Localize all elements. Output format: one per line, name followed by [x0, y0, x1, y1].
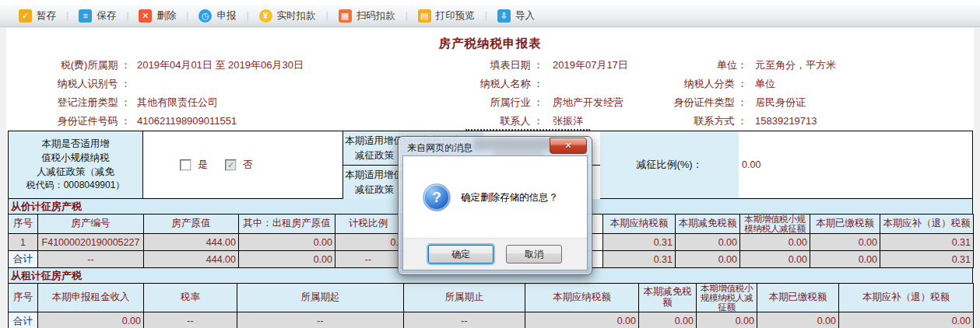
column-header: 本期应纳税额: [525, 284, 639, 312]
yuan-coin-icon: ¥: [259, 9, 272, 23]
column-header: 本期应补（退）税额: [839, 284, 974, 312]
print-preview-button[interactable]: ▤ 打印预览: [413, 9, 479, 23]
no-label: 否: [243, 158, 253, 172]
save-button[interactable]: ≡ 保存: [74, 9, 121, 23]
table-cell: --: [144, 312, 237, 328]
policy-question-line: 税代码：0008049901）: [26, 179, 125, 192]
tax-period-value: 2019年04月01日 至 2019年06月30日: [137, 56, 304, 75]
column-header: 本期申报租金收入: [38, 284, 144, 312]
delete-button[interactable]: ✕ 删除: [134, 9, 181, 23]
table-cell: 1: [9, 234, 38, 251]
policy-question-line: 本期是否适用增: [41, 137, 110, 151]
redacted-smudge: [473, 138, 556, 150]
table-cell: 0.00: [810, 251, 880, 268]
id-type-label: 身份证件类型 ：: [662, 93, 747, 112]
column-header: 税率: [144, 284, 237, 312]
column-header: 本期应纳税额: [603, 215, 676, 234]
table-cell: F41000020190005227: [38, 234, 144, 251]
column-header: 序号: [9, 215, 38, 234]
property-tax-declaration-page: ✓ 暂存 | ≡ 保存 | ✕ 删除 | ◷ 申报 | ¥ 实时扣款 | ▦ 扫…: [0, 0, 980, 328]
header-row: 登记注册类型 ： 其他有限责任公司 所属行业 ： 房地产开发经营 身份证件类型 …: [0, 93, 980, 112]
table-cell: 0.00: [676, 251, 740, 268]
taxpayer-name-label: 纳税人名称 ：: [342, 75, 543, 93]
id-number-label: 身份证件号码 ：: [6, 112, 131, 131]
no-checkbox[interactable]: ✓: [225, 159, 237, 171]
column-header: 所属期止: [404, 284, 525, 312]
total-label-cell: 合计: [9, 312, 38, 328]
column-header: 本期增值税小规模纳税人减征额: [740, 215, 810, 234]
declare-button[interactable]: ◷ 申报: [194, 9, 241, 23]
table-cell: 444.00: [144, 251, 239, 268]
contact-person-label: 联系人 ：: [342, 112, 543, 131]
yes-checkbox[interactable]: [180, 159, 191, 171]
column-header: 本期已缴税额: [810, 215, 880, 234]
header-fields: 税(费)所属期 ： 2019年04月01日 至 2019年06月30日 填表日期…: [0, 56, 980, 131]
toolbar-separator: |: [406, 10, 408, 21]
delete-label: 删除: [156, 9, 176, 23]
taxpayer-class-label: 纳税人分类 ：: [662, 75, 747, 93]
table-total-row: 合计 0.00 -- -- -- 0.00 0.00 0.00 0.00 0.0…: [9, 312, 974, 328]
contact-person-value: 张振洋: [553, 112, 583, 131]
policy-checkbox-cell: 是 ✓ 否: [142, 131, 343, 198]
table-cell: --: [335, 251, 402, 268]
industry-label: 所属行业 ：: [342, 93, 543, 112]
confirm-button[interactable]: 确定: [428, 245, 494, 263]
import-button[interactable]: ⇩ 导入: [493, 9, 539, 23]
webpage-message-dialog: 来自网页的消息 ✕ ? 确定删除存储的信息？ 确定 取消: [398, 136, 592, 275]
registration-type-label: 登记注册类型 ：: [6, 93, 131, 112]
printer-icon: ▤: [418, 9, 431, 23]
toolbar-separator: |: [246, 10, 248, 21]
table-cell: 0.31: [880, 251, 974, 268]
table-cell: 0.31: [603, 234, 676, 251]
toolbar-separator: |: [326, 10, 328, 21]
clock-icon: ◷: [198, 9, 212, 23]
column-header: 房产编号: [38, 215, 144, 234]
total-label-cell: 合计: [9, 251, 38, 268]
policy-question-line: 人减征政策（减免: [37, 165, 114, 179]
table-cell: 0.00: [38, 312, 144, 328]
table-cell: 0.00: [676, 234, 740, 251]
column-header: 其中：出租房产原值: [239, 215, 335, 234]
table-cell: 0.00: [810, 234, 880, 251]
scan-pay-label: 扫码扣款: [357, 9, 395, 23]
save-label: 保存: [97, 9, 116, 23]
table-cell: 0.31: [603, 251, 676, 268]
dialog-title: 来自网页的消息: [407, 141, 472, 155]
dialog-body: ? 确定删除存储的信息？: [403, 156, 587, 239]
trash-icon: ✕: [139, 9, 152, 23]
scan-pay-button[interactable]: ▦ 扫码扣款: [334, 9, 400, 23]
cancel-button[interactable]: 取消: [506, 245, 562, 263]
header-row: 税(费)所属期 ： 2019年04月01日 至 2019年06月30日 填表日期…: [0, 56, 980, 75]
temp-save-button[interactable]: ✓ 暂存: [14, 9, 61, 23]
realtime-pay-button[interactable]: ¥ 实时扣款: [255, 9, 321, 23]
table-cell: 0.31: [880, 234, 974, 251]
table-cell: 0.: [335, 234, 402, 251]
contact-phone-value: 15839219713: [755, 112, 817, 131]
header-row: 纳税人识别号 ： 纳税人名称 ： 纳税人分类 ： 单位: [0, 75, 980, 93]
realtime-pay-label: 实时扣款: [277, 9, 316, 23]
yes-label: 是: [198, 158, 208, 172]
taxpayer-class-value: 单位: [755, 75, 775, 93]
registration-type-value: 其他有限责任公司: [137, 93, 218, 112]
column-header: 本期应补（退）税额: [880, 215, 974, 234]
qr-code-icon: ▦: [339, 9, 352, 23]
column-header: 本期减免税额: [676, 215, 740, 234]
import-icon: ⇩: [497, 9, 511, 23]
question-mark-icon: ?: [423, 183, 451, 211]
id-type-value: 居民身份证: [755, 93, 806, 112]
dotted-line-remnant: [465, 129, 590, 131]
declare-label: 申报: [216, 9, 236, 23]
temp-save-label: 暂存: [37, 9, 56, 23]
table-cell: 0.00: [239, 251, 335, 268]
column-header: 计税比例: [335, 215, 402, 234]
toolbar-separator: |: [126, 10, 128, 21]
header-row: 身份证件号码 ： 410621198909011551 联系人 ： 张振洋 联系…: [0, 112, 980, 131]
reduction-ratio-value: 0.00: [739, 131, 972, 198]
fill-date-value: 2019年07月17日: [553, 56, 628, 75]
toolbar: ✓ 暂存 | ≡ 保存 | ✕ 删除 | ◷ 申报 | ¥ 实时扣款 | ▦ 扫…: [0, 5, 980, 27]
unit-label: 单位：: [662, 56, 747, 75]
table-cell: 0.00: [525, 312, 639, 328]
unit-value: 元至角分，平方米: [755, 56, 836, 75]
column-header: 本期减免税额: [639, 284, 697, 312]
close-icon[interactable]: ✕: [550, 138, 587, 154]
